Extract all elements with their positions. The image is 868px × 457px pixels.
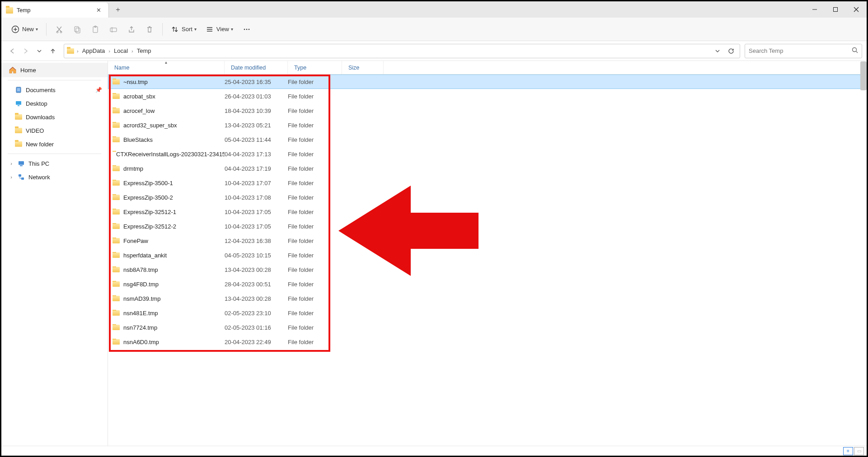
file-row[interactable]: ExpressZip-32512-110-04-2023 17:05File f… — [108, 205, 867, 219]
minimize-icon — [812, 7, 817, 12]
svg-rect-1 — [834, 8, 838, 12]
new-button[interactable]: New ▾ — [8, 21, 42, 37]
breadcrumb-segment[interactable]: AppData — [81, 47, 106, 54]
folder-icon — [113, 93, 120, 99]
nav-quick-item[interactable]: New folder — [1, 137, 108, 151]
file-row[interactable]: acrord32_super_sbx13-04-2023 05:21File f… — [108, 118, 867, 132]
file-row[interactable]: drmtmp04-04-2023 17:19File folder — [108, 161, 867, 176]
rename-button[interactable] — [105, 21, 122, 37]
address-bar[interactable]: › AppData › Local › Temp — [64, 44, 740, 58]
column-header-date[interactable]: Date modified — [225, 61, 288, 74]
search-box[interactable] — [745, 44, 862, 58]
nav-network[interactable]: › Network — [1, 170, 108, 184]
file-name: BlueStacks — [123, 136, 153, 143]
file-row[interactable]: nsb8A78.tmp13-04-2023 00:28File folder — [108, 262, 867, 277]
file-row[interactable]: nsn481E.tmp02-05-2023 23:10File folder — [108, 306, 867, 320]
vertical-scrollbar[interactable] — [860, 61, 867, 90]
window-tab[interactable]: Temp ✕ — [1, 3, 109, 18]
delete-button[interactable] — [141, 21, 158, 37]
nav-quick-item[interactable]: VIDEO — [1, 124, 108, 137]
chevron-down-icon: ▾ — [36, 27, 38, 32]
column-header-size[interactable]: Size — [342, 61, 384, 74]
file-name: acrocef_low — [123, 107, 155, 114]
back-button[interactable] — [6, 45, 19, 57]
address-dropdown-button[interactable] — [712, 45, 723, 57]
file-name: nsn481E.tmp — [123, 310, 158, 317]
more-button[interactable] — [239, 21, 255, 37]
new-tab-button[interactable]: ＋ — [109, 1, 127, 18]
nav-quick-item[interactable]: Desktop — [1, 97, 108, 110]
file-row[interactable]: ~nsu.tmp25-04-2023 16:35File folder — [108, 75, 867, 89]
folder-icon — [15, 141, 22, 147]
minimize-button[interactable] — [804, 1, 825, 18]
nav-home-label: Home — [20, 67, 36, 74]
file-row[interactable]: hsperfdata_ankit04-05-2023 10:15File fol… — [108, 248, 867, 262]
file-row[interactable]: CTXReceiverInstallLogs-20230321-23415604… — [108, 147, 867, 161]
up-button[interactable] — [47, 45, 59, 57]
tab-title: Temp — [17, 7, 93, 14]
chevron-down-icon: ▾ — [231, 27, 233, 32]
file-date: 25-04-2023 16:35 — [225, 79, 288, 85]
search-input[interactable] — [749, 47, 852, 54]
nav-quick-item[interactable]: Downloads — [1, 110, 108, 124]
recent-locations-button[interactable] — [33, 45, 46, 57]
file-name: hsperfdata_ankit — [123, 252, 167, 259]
file-row[interactable]: nsnA6D0.tmp20-04-2023 22:49File folder — [108, 335, 867, 349]
share-icon — [127, 25, 136, 33]
nav-item-label: Documents — [26, 87, 56, 93]
file-row[interactable]: nsg4F8D.tmp28-04-2023 00:51File folder — [108, 277, 867, 291]
file-row[interactable]: nsmAD39.tmp13-04-2023 00:28File folder — [108, 291, 867, 306]
column-header-name[interactable]: Name ▲ — [108, 61, 225, 74]
nav-this-pc[interactable]: › This PC — [1, 157, 108, 170]
file-name: acrobat_sbx — [123, 93, 155, 100]
svg-rect-27 — [18, 105, 19, 106]
svg-rect-10 — [76, 28, 80, 33]
details-view-toggle[interactable]: ≡ — [843, 447, 853, 455]
file-row[interactable]: BlueStacks05-04-2023 11:44File folder — [108, 132, 867, 147]
file-type: File folder — [288, 223, 342, 230]
file-row[interactable]: ExpressZip-3500-110-04-2023 17:07File fo… — [108, 176, 867, 190]
sort-button[interactable]: Sort ▾ — [167, 21, 200, 37]
maximize-icon — [833, 7, 838, 12]
file-type: File folder — [288, 136, 342, 143]
file-row[interactable]: FonePaw12-04-2023 16:38File folder — [108, 233, 867, 248]
file-name: drmtmp — [123, 165, 143, 172]
thumbnails-view-toggle[interactable]: ▭ — [854, 447, 864, 455]
svg-rect-26 — [16, 101, 21, 105]
file-row[interactable]: acrocef_low18-04-2023 10:39File folder — [108, 103, 867, 118]
file-name: nsmAD39.tmp — [123, 295, 160, 302]
address-row: › AppData › Local › Temp — [1, 41, 867, 61]
forward-button[interactable] — [19, 45, 32, 57]
file-date: 04-05-2023 10:15 — [225, 252, 288, 259]
copy-button[interactable] — [69, 21, 85, 37]
nav-home[interactable]: Home — [1, 63, 108, 77]
maximize-button[interactable] — [825, 1, 846, 18]
breadcrumb-segment[interactable]: Temp — [136, 47, 152, 54]
network-icon — [18, 173, 25, 181]
close-window-button[interactable] — [846, 1, 867, 18]
delete-icon — [145, 25, 154, 33]
svg-point-21 — [853, 47, 857, 51]
more-icon — [243, 25, 251, 33]
folder-icon — [113, 195, 120, 200]
column-header-type[interactable]: Type — [288, 61, 342, 74]
folder-icon — [113, 296, 120, 301]
file-row[interactable]: ExpressZip-32512-210-04-2023 17:05File f… — [108, 219, 867, 233]
file-row[interactable]: acrobat_sbx26-04-2023 01:03File folder — [108, 89, 867, 103]
share-button[interactable] — [123, 21, 140, 37]
breadcrumb-segment[interactable]: Local — [113, 47, 129, 54]
toolbar: New ▾ Sort ▾ View ▾ — [1, 18, 867, 41]
view-button[interactable]: View ▾ — [202, 21, 237, 37]
file-type: File folder — [288, 165, 342, 172]
file-date: 05-04-2023 11:44 — [225, 136, 288, 143]
file-row[interactable]: nsn7724.tmp02-05-2023 01:16File folder — [108, 320, 867, 335]
folder-icon — [113, 325, 120, 330]
refresh-button[interactable] — [725, 45, 737, 57]
chevron-down-icon — [715, 48, 720, 54]
file-row[interactable]: ExpressZip-3500-210-04-2023 17:08File fo… — [108, 190, 867, 205]
close-tab-icon[interactable]: ✕ — [93, 7, 104, 14]
nav-quick-item[interactable]: Documents 📌 — [1, 83, 108, 97]
paste-button[interactable] — [87, 21, 103, 37]
cut-button[interactable] — [51, 21, 67, 37]
refresh-icon — [727, 47, 735, 55]
